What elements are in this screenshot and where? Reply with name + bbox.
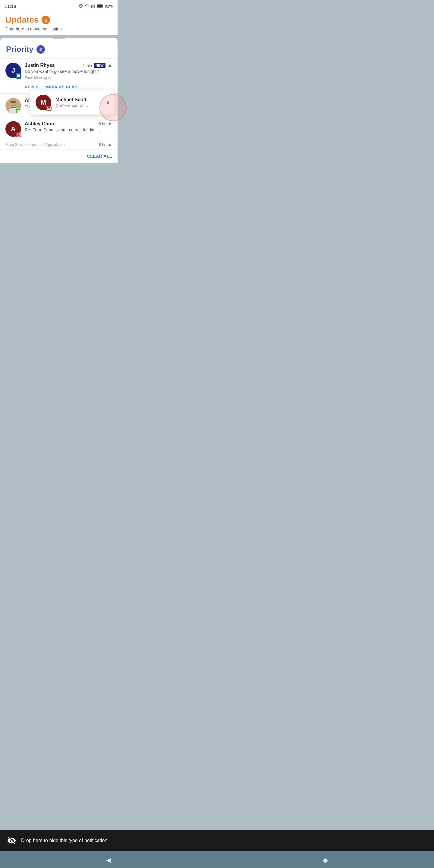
battery-percent: 92% bbox=[105, 4, 113, 8]
floating-name-michael: Michael Scott bbox=[56, 97, 103, 102]
avatar-andrei bbox=[5, 98, 21, 114]
signal-icon bbox=[91, 4, 96, 8]
notif-time-justin: 2 min bbox=[82, 63, 92, 68]
notif-time-ashley: 8 hr bbox=[99, 121, 105, 126]
gmail-source-text: From Gmail • ernest.tien@gmail.com bbox=[5, 143, 64, 147]
status-bar: 11:18 92% bbox=[0, 0, 118, 11]
chevron-up-justin[interactable]: ▲ bbox=[107, 63, 112, 68]
priority-section: Priority 2 bbox=[0, 41, 118, 59]
alarm-icon bbox=[79, 4, 83, 8]
updates-section: Updates 5 Drag here to move notification bbox=[0, 11, 118, 35]
sheet-handle bbox=[53, 38, 65, 39]
notif-message-justin: Do you want to go see a movie tonight? bbox=[25, 69, 112, 75]
wechat-app-icon bbox=[16, 108, 21, 114]
messages-app-icon bbox=[16, 73, 22, 79]
gmail-time: 8 hr bbox=[99, 142, 105, 147]
status-time: 11:18 bbox=[5, 4, 16, 9]
updates-badge: 5 bbox=[41, 16, 50, 24]
notification-justin: J Justin Rhyss 2 min NEW ▲ Do you want t… bbox=[0, 59, 118, 94]
gmail-app-icon bbox=[16, 133, 22, 137]
new-badge-justin: NEW bbox=[94, 63, 105, 68]
gmail-badge-michael bbox=[46, 106, 52, 111]
svg-rect-8 bbox=[11, 101, 16, 102]
wifi-icon bbox=[84, 4, 90, 8]
updates-title: Updates bbox=[5, 15, 38, 25]
notification-ashley: A Ashley Chou 8 hr ▼ Re: Form Submission… bbox=[0, 117, 118, 139]
floating-message-michael: Conference roo... bbox=[56, 103, 103, 108]
mark-as-read-button-justin[interactable]: MARK AS READ bbox=[45, 84, 78, 90]
gmail-source-row: From Gmail • ernest.tien@gmail.com 8 hr … bbox=[0, 139, 118, 150]
updates-subtitle: Drag here to move notification bbox=[5, 27, 112, 31]
notif-message-ashley: Re: Form Submission - cotract for Jim ..… bbox=[25, 127, 112, 133]
reply-button-justin[interactable]: REPLY bbox=[25, 84, 38, 90]
svg-rect-1 bbox=[98, 5, 102, 7]
notif-name-ashley: Ashley Chou bbox=[25, 121, 54, 127]
battery-icon bbox=[97, 4, 104, 8]
avatar-ashley: A bbox=[5, 121, 21, 137]
notif-source-justin: From Messages bbox=[25, 76, 112, 80]
chevron-up-gmail[interactable]: ▲ bbox=[107, 142, 112, 147]
avatar-michael: M bbox=[36, 95, 51, 110]
notif-name-justin: Justin Rhyss bbox=[25, 63, 55, 68]
priority-badge: 2 bbox=[36, 45, 45, 54]
chevron-down-ashley[interactable]: ▼ bbox=[107, 121, 112, 127]
status-icons: 92% bbox=[79, 4, 113, 8]
priority-title: Priority bbox=[6, 44, 33, 54]
clear-all-button[interactable]: CLEAR ALL bbox=[87, 154, 112, 158]
avatar-justin: J bbox=[5, 63, 21, 79]
